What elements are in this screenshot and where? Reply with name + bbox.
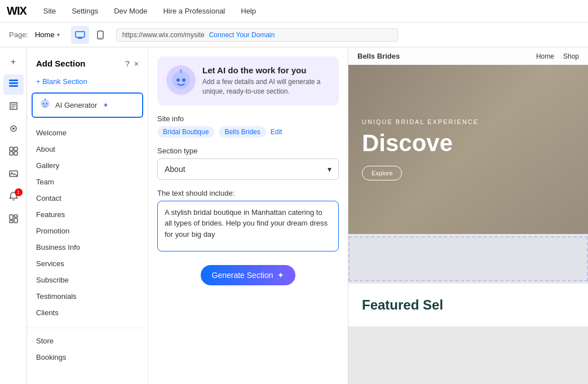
category-bookings[interactable]: Bookings [27, 349, 148, 365]
section-type-select[interactable]: About ▾ [157, 158, 339, 180]
connect-domain-link[interactable]: Connect Your Domain [209, 31, 275, 39]
menu-hire[interactable]: Hire a Professional [155, 0, 233, 23]
close-icon[interactable]: × [134, 59, 139, 68]
category-business-info[interactable]: Business Info [27, 239, 148, 255]
category-about[interactable]: About [27, 141, 148, 157]
notifications-btn[interactable]: 1 [3, 187, 24, 208]
chevron-down-icon: ▾ [328, 165, 331, 174]
desktop-icon[interactable] [71, 26, 89, 44]
section-type-value: About [165, 165, 185, 174]
svg-point-5 [100, 37, 101, 38]
category-clients[interactable]: Clients [27, 304, 148, 321]
hero-explore-btn[interactable]: Explore [362, 166, 402, 180]
site-info-label: Site info [157, 114, 339, 123]
tag-bells-brides: Bells Brides [219, 126, 266, 138]
svg-rect-7 [9, 82, 18, 84]
wix-logo: WIX [7, 5, 26, 17]
ai-header-title: Let AI do the work for you [202, 65, 330, 75]
category-testimonials[interactable]: Testimonials [27, 288, 148, 304]
blank-section-btn[interactable]: + Blank Section [27, 73, 148, 90]
svg-point-30 [182, 78, 185, 82]
category-features[interactable]: Features [27, 206, 148, 223]
menu-devmode[interactable]: Dev Mode [106, 0, 155, 23]
media-icon [9, 169, 18, 180]
design-btn[interactable] [3, 120, 24, 140]
add-apps-icon [9, 147, 18, 158]
svg-rect-0 [76, 32, 85, 37]
category-store[interactable]: Store [27, 333, 148, 349]
help-icon[interactable]: ? [125, 59, 130, 68]
section-type-label: Section type [157, 147, 339, 155]
hero-title: Discove [362, 130, 574, 157]
design-icon [9, 124, 18, 135]
featured-section: Featured Sel [348, 284, 588, 326]
blog-icon [9, 101, 18, 113]
svg-point-25 [43, 103, 45, 105]
text-include-label: The text should include: [157, 189, 339, 197]
pages-btn[interactable] [3, 74, 24, 95]
text-include-input[interactable]: A stylish bridal boutique in Manhattan c… [157, 201, 339, 251]
empty-placeholder-section [348, 236, 588, 281]
ai-sparkle-icon: ✦ [103, 101, 109, 109]
tag-bridal-boutique: Bridal Boutique [157, 126, 214, 138]
media-btn[interactable] [3, 165, 24, 185]
device-icons [71, 26, 109, 44]
category-welcome[interactable]: Welcome [27, 125, 148, 141]
generate-star-icon: ✦ [277, 271, 284, 280]
add-apps-btn[interactable] [3, 142, 24, 162]
featured-title: Featured Sel [362, 297, 443, 312]
svg-rect-21 [14, 215, 17, 217]
category-subscribe[interactable]: Subscribe [27, 272, 148, 288]
preview-nav: Bells Brides Home Shop [348, 47, 588, 65]
category-services[interactable]: Services [27, 255, 148, 272]
svg-rect-8 [9, 85, 18, 87]
page-bar: Page: Home ▾ https://www.wix.com/mysite … [0, 23, 588, 47]
category-gallery[interactable]: Gallery [27, 157, 148, 174]
svg-rect-23 [10, 220, 13, 223]
svg-point-24 [41, 99, 50, 108]
ai-generator-label: AI Generator [55, 101, 97, 109]
panel-header-icons: ? × [125, 59, 139, 68]
add-elements-btn[interactable]: + [3, 52, 24, 72]
preview-site: Bells Brides Home Shop Unique Bridal Exp… [348, 47, 588, 384]
svg-point-13 [12, 127, 15, 130]
category-contact[interactable]: Contact [27, 190, 148, 206]
menu-settings[interactable]: Settings [64, 0, 106, 23]
pages-icon [8, 79, 19, 90]
dashboard-btn[interactable] [3, 210, 24, 230]
category-promotion[interactable]: Promotion [27, 223, 148, 239]
edit-site-info-link[interactable]: Edit [271, 128, 282, 136]
svg-point-29 [176, 78, 180, 82]
svg-rect-16 [10, 152, 13, 155]
section-categories: Add Section ? × + Blank Section [27, 47, 148, 384]
generate-btn-label: Generate Section [212, 271, 273, 280]
hero-section: Unique Bridal Experience Discove Explore [348, 65, 588, 234]
category-team[interactable]: Team [27, 174, 148, 190]
preview-nav-links: Home Shop [536, 52, 579, 60]
mobile-icon[interactable] [91, 26, 109, 44]
preview-area: Bells Brides Home Shop Unique Bridal Exp… [348, 47, 588, 384]
page-selector[interactable]: Home ▾ [35, 30, 60, 39]
add-icon: + [11, 57, 16, 67]
svg-rect-20 [10, 215, 13, 219]
text-include-group: The text should include: A stylish brida… [157, 189, 339, 251]
category-list: Welcome About Gallery Team Contact Featu… [27, 120, 148, 325]
add-section-panel: Add Section ? × + Blank Section [27, 47, 348, 384]
menu-site[interactable]: Site [36, 0, 64, 23]
preview-nav-home: Home [536, 52, 554, 60]
ai-header-card: Let AI do the work for you Add a few det… [157, 56, 339, 105]
menu-help[interactable]: Help [233, 0, 264, 23]
top-bar: WIX Site Settings Dev Mode Hire a Profes… [0, 0, 588, 23]
panel-header: Add Section ? × [27, 52, 148, 73]
ai-icon [39, 98, 51, 112]
section-type-group: Section type About ▾ [157, 147, 339, 180]
main-layout: + [0, 47, 588, 384]
site-info-row: Bridal Boutique Bells Brides Edit [157, 126, 339, 138]
svg-point-28 [172, 71, 190, 89]
blog-btn[interactable] [3, 97, 24, 117]
generate-section-btn[interactable]: Generate Section ✦ [201, 265, 296, 285]
site-info-group: Site info Bridal Boutique Bells Brides E… [157, 114, 339, 138]
ai-generator-btn[interactable]: AI Generator ✦ [32, 92, 143, 118]
svg-rect-6 [9, 80, 18, 81]
chevron-down-icon: ▾ [57, 32, 60, 38]
